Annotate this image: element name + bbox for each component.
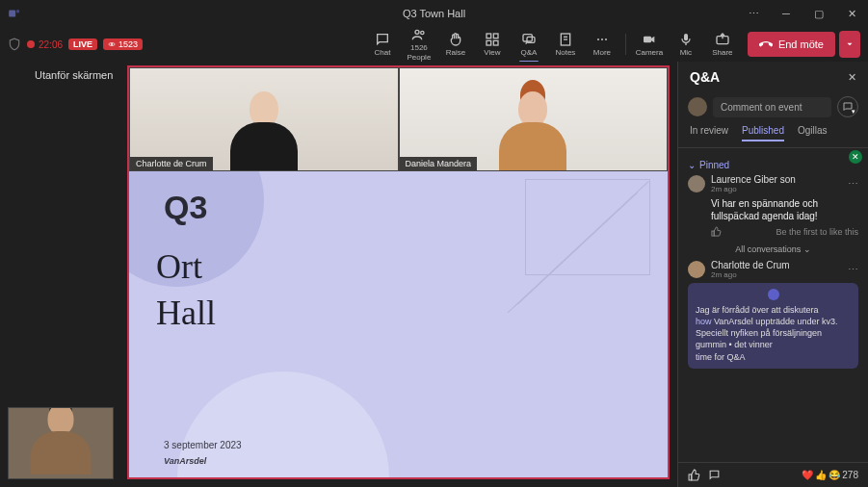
raise-hand-button[interactable]: Raise [438,32,473,57]
end-meeting-button[interactable]: End möte [748,32,835,57]
svg-rect-17 [644,37,651,43]
avatar [688,261,705,278]
chevron-down-icon: ⌄ [688,160,696,170]
svg-point-14 [597,38,599,40]
presentation-slide: Q3 Ort Hall 3 september 2023 VanArsdel [129,171,668,477]
more-icon [594,32,610,47]
qa-post: Laurence Giber son 2m ago ⋯ Vi har en sp… [688,174,858,237]
live-badge: LIVE [68,38,97,50]
video-tile-1[interactable]: Charlotte de Crum [129,67,399,171]
svg-rect-8 [493,40,498,45]
svg-rect-6 [493,34,498,38]
pinned-section-label[interactable]: ⌄ Pinned [688,160,858,170]
share-icon [715,32,730,47]
svg-rect-20 [712,231,714,236]
svg-point-2 [111,43,113,45]
svg-rect-7 [487,40,491,45]
avatar [688,175,705,192]
notes-icon [558,32,573,47]
window-title: Q3 Town Hall [403,8,465,19]
post-author: Charlotte de Crum [711,260,790,270]
qa-panel: Q&A ✕ Comment on event ▾ In review Publi… [677,62,868,487]
post-author: Laurence Giber son [711,174,796,185]
window-controls: ⋯ ─ ▢ ✕ [737,0,868,27]
qa-icon [521,32,537,47]
title-bar: Q3 Town Hall ⋯ ─ ▢ ✕ [0,0,868,27]
recording-indicator: 22:06 [27,39,63,50]
self-avatar [688,97,707,116]
svg-rect-0 [9,11,15,17]
qa-tabs: In review Published Ogillas [678,125,868,148]
hand-icon [448,32,463,47]
heart-reaction-icon[interactable]: ❤️ [802,470,813,480]
tab-published[interactable]: Published [742,125,784,141]
notes-button[interactable]: Notes [548,32,583,57]
slide-date: 3 september 2023 [164,440,242,450]
view-button[interactable]: View [475,32,510,57]
slide-title-2: Hall [156,293,216,333]
comment-send-button[interactable]: ▾ [837,96,858,117]
toolbar-separator [625,34,626,55]
post-text: Vi har en spännande och fullspäckad agen… [711,197,858,222]
shield-icon[interactable] [8,38,21,51]
qa-button[interactable]: Q&A [512,32,546,57]
like-button[interactable] [711,226,722,237]
like-button[interactable] [688,469,700,481]
svg-rect-18 [684,34,688,40]
svg-rect-5 [487,34,491,38]
maximize-button[interactable]: ▢ [802,0,835,27]
excel-badge-icon[interactable]: ✕ [849,150,862,164]
post-more-button[interactable]: ⋯ [848,178,858,191]
comment-button[interactable] [708,469,721,481]
off-screen-label: Utanför skärmen [35,69,113,81]
mic-button[interactable]: Mic [669,32,703,57]
mic-icon [678,32,694,47]
meeting-toolbar: 22:06 LIVE 1523 Chat 1526 People Raise V… [0,27,868,62]
minimize-button[interactable]: ─ [770,0,802,27]
laugh-reaction-icon[interactable]: 😂 [829,470,840,480]
more-button[interactable]: More [585,32,619,57]
svg-point-16 [605,38,607,40]
svg-point-15 [601,38,603,40]
people-button[interactable]: 1526 People [402,27,436,62]
all-conversations-toggle[interactable]: All conversations ⌄ [688,244,858,254]
like-hint: Be the first to like this [776,227,858,237]
chat-button[interactable]: Chat [365,32,400,57]
svg-point-1 [16,10,20,13]
shared-content: Charlotte de Crum Daniela Mandera Q3 Ort… [127,65,670,479]
tab-in-review[interactable]: In review [690,125,728,141]
highlighted-message: Jag är förrådd över att diskutera how Va… [688,283,858,369]
self-video[interactable] [8,407,114,479]
more-dots-icon[interactable]: ⋯ [737,0,770,27]
camera-icon [642,32,657,47]
slide-title-1: Ort [156,246,202,287]
teams-app-icon [8,7,21,20]
post-time: 2m ago [711,185,796,193]
reactions-bar: ❤️ 👍 😂 278 [678,462,868,487]
svg-point-3 [415,30,419,34]
post-time: 2m ago [711,270,790,279]
video-name-2: Daniela Mandera [400,157,478,170]
share-button[interactable]: Share [705,32,740,57]
svg-rect-21 [689,474,692,480]
stage: Utanför skärmen Charlotte de Crum Daniel… [0,62,677,487]
comment-input[interactable]: Comment on event [713,97,831,117]
slide-brand: VanArsdel [164,456,206,466]
camera-button[interactable]: Camera [632,32,667,57]
chevron-down-icon: ▾ [852,108,855,115]
post-more-button[interactable]: ⋯ [848,264,858,276]
svg-point-4 [421,31,424,34]
qa-panel-title: Q&A [690,69,720,85]
end-meeting-dropdown[interactable] [839,31,860,58]
bot-icon [768,289,779,300]
people-icon [411,27,427,42]
grid-icon [485,32,500,47]
elapsed-time: 22:06 [39,39,63,50]
tab-disliked[interactable]: Ogillas [798,125,828,141]
thumbs-up-reaction-icon[interactable]: 👍 [815,470,827,480]
video-tile-2[interactable]: Daniela Mandera [399,67,669,171]
qa-close-button[interactable]: ✕ [848,71,856,84]
reaction-count: 278 [842,470,858,480]
chevron-down-icon: ⌄ [803,244,811,254]
close-button[interactable]: ✕ [835,0,868,27]
